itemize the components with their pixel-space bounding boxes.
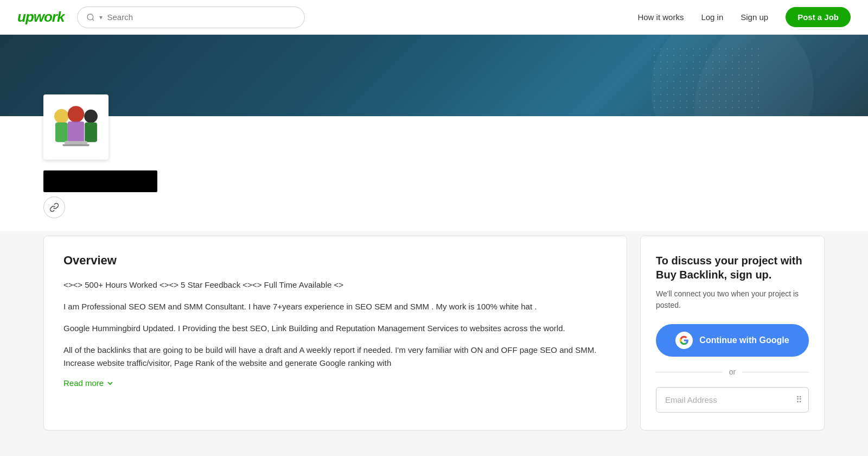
- header: upwork ▾ How it works Log in Sign up Pos…: [0, 0, 868, 35]
- svg-rect-6: [68, 122, 84, 144]
- search-bar: ▾: [77, 7, 305, 28]
- svg-point-5: [68, 106, 84, 122]
- profile-link-button[interactable]: [43, 197, 65, 218]
- svg-rect-8: [85, 123, 97, 142]
- svg-line-1: [93, 19, 94, 21]
- or-divider: or: [656, 368, 809, 376]
- main-content: Overview <><> 500+ Hours Worked <><> 5 S…: [0, 231, 868, 452]
- signup-subtitle: We'll connect you two when your project …: [656, 288, 809, 311]
- svg-rect-10: [62, 144, 89, 146]
- overview-title: Overview: [63, 254, 607, 268]
- svg-point-0: [87, 14, 93, 20]
- hero-dots-decoration: [651, 46, 760, 111]
- overview-paragraph-3: Google Hummingbird Updated. I Providing …: [63, 322, 607, 335]
- link-icon: [49, 202, 59, 212]
- svg-rect-9: [65, 141, 87, 144]
- search-input[interactable]: [107, 12, 296, 22]
- signup-card: To discuss your project with Buy Backlin…: [640, 236, 825, 430]
- email-icon: ⠿: [796, 395, 802, 405]
- avatar-illustration: [45, 98, 107, 158]
- nav-login[interactable]: Log in: [701, 12, 723, 22]
- or-text: or: [729, 368, 736, 376]
- overview-paragraph-1: <><> 500+ Hours Worked <><> 5 Star Feedb…: [63, 278, 607, 292]
- email-input-wrapper: ⠿: [656, 387, 809, 413]
- profile-section: [0, 116, 868, 231]
- read-more-link[interactable]: Read more: [63, 378, 114, 388]
- email-field[interactable]: [656, 387, 809, 413]
- search-icon: [86, 13, 95, 22]
- svg-rect-4: [55, 123, 68, 142]
- avatar: [43, 94, 108, 160]
- overview-card: Overview <><> 500+ Hours Worked <><> 5 S…: [43, 236, 627, 430]
- post-job-button[interactable]: Post a Job: [786, 7, 851, 27]
- signup-title: To discuss your project with Buy Backlin…: [656, 254, 809, 282]
- upwork-logo[interactable]: upwork: [17, 9, 64, 26]
- chevron-down-icon: [106, 379, 114, 388]
- nav-how-it-works[interactable]: How it works: [637, 12, 684, 22]
- main-nav: How it works Log in Sign up Post a Job: [637, 7, 851, 27]
- search-dropdown-icon[interactable]: ▾: [99, 14, 103, 21]
- svg-point-7: [84, 110, 98, 123]
- google-icon: [675, 332, 693, 349]
- google-signin-button[interactable]: Continue with Google: [656, 324, 809, 357]
- overview-paragraph-2: I am Professional SEO SEM and SMM Consul…: [63, 300, 607, 313]
- profile-name-bar: [43, 170, 157, 192]
- svg-point-3: [54, 109, 69, 124]
- hero-banner: [0, 35, 868, 116]
- overview-paragraph-4: All of the backlinks that are going to b…: [63, 344, 607, 370]
- nav-signup[interactable]: Sign up: [741, 12, 768, 22]
